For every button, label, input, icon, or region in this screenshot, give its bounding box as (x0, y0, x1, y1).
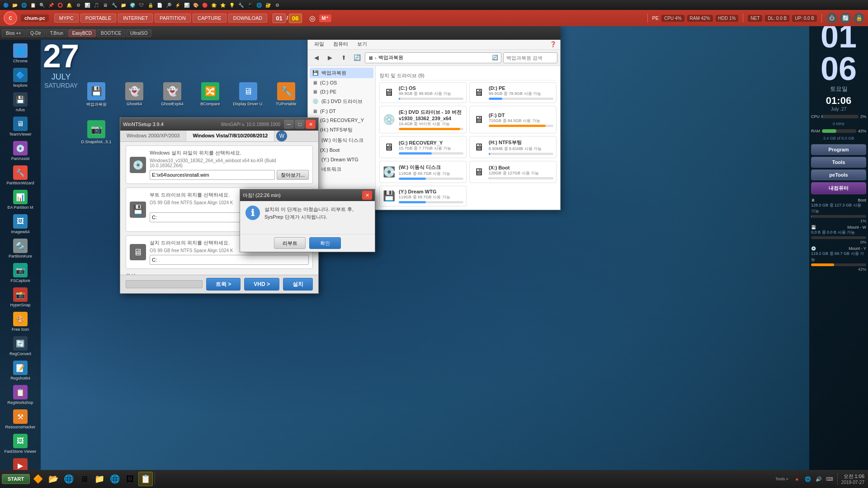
tb-icon-21[interactable]: 🎨 (192, 1, 200, 9)
sidebar-x-drive[interactable]: 🖥 (X:) Boot (310, 145, 373, 155)
sidebar-item-regworkshop[interactable]: 📋 RegWorkshop (2, 383, 39, 407)
drive-f[interactable]: 🖥 (F:) DT 715GB 중 84.5GB 사용 가능 (469, 106, 557, 133)
drive-h[interactable]: 🖥 (H:) NTFS부팅 8.90MB 중 8.81MB 사용 가능 (469, 136, 557, 158)
sidebar-d-drive[interactable]: 🖥 (D:) PE (310, 87, 373, 96)
refresh-button[interactable]: 🔄 (840, 13, 851, 23)
tb-icon-13[interactable]: 📁 (119, 1, 127, 9)
tb-icon-16[interactable]: 🔒 (146, 1, 155, 9)
sidebar-c-drive[interactable]: 🖥 (C:) OS (310, 78, 373, 87)
explorer-search[interactable] (503, 52, 557, 63)
tb-icon-24[interactable]: ⭐ (219, 1, 227, 9)
sidebar-item-hypersnap[interactable]: 📸 HyperSnap (2, 286, 39, 309)
address-refresh-icon[interactable]: 🔄 (492, 55, 498, 61)
menu-partition[interactable]: PARTITION (155, 14, 191, 23)
num-06[interactable]: 06 (289, 14, 302, 23)
tb-icon-7[interactable]: 🔔 (65, 1, 73, 9)
lock-button[interactable]: 🔒 (854, 13, 864, 23)
winntsetup-titlebar[interactable]: WinNTSetup 3.9.4 WimGAPI v. 10.0.18898.1… (120, 118, 318, 131)
sidebar-w-drive[interactable]: 💽 (W:) 이동식 디스크 (310, 135, 373, 145)
sidebar-item-potplayer[interactable]: ▶ PotPlayer64 (2, 456, 39, 470)
desktop-icon-dsnapshot[interactable]: 📷 D.Snapshot...5.1 (79, 118, 113, 155)
tb-icon-20[interactable]: 📊 (183, 1, 191, 9)
tb-icon-8[interactable]: ⚙ (74, 1, 82, 9)
sidebar-item-partitionkure[interactable]: 🔩 PartitionKure (2, 237, 39, 260)
tools-btn[interactable]: 트윅 > (206, 278, 241, 291)
sidebar-item-eapartition[interactable]: 📊 EA Partition M (2, 188, 39, 211)
drive-w[interactable]: 💽 (W:) 이동식 디스크 119GB 중 69.7GB 사용 가능 (379, 161, 467, 183)
sidebar-item-rufus[interactable]: 💾 rufus (2, 90, 39, 114)
sidebar-backup-root[interactable]: 💾 백업과복원 (310, 68, 373, 78)
explorer-forward[interactable]: ▶ (324, 52, 336, 64)
tb-icon-17[interactable]: 📄 (156, 1, 164, 9)
tb-icon-26[interactable]: 🔧 (237, 1, 245, 9)
submenu-ultraiso[interactable]: UltraISO (126, 29, 151, 37)
menu-mypc[interactable]: MYPC (54, 14, 79, 23)
desktop-icon-backup[interactable]: 💾 백업과복원 (79, 80, 113, 117)
sidebar-h-drive[interactable]: 🖥 (H:) NTFS부팅 (310, 125, 373, 135)
logo-icon[interactable]: C (4, 11, 17, 25)
sidebar-e-drive[interactable]: 💿 (E:) DVD 드라이브 (310, 96, 373, 107)
menu-internet[interactable]: INTERNET (118, 14, 153, 23)
menu-portable[interactable]: PORTABLE (80, 14, 117, 23)
sidebar-item-chrome[interactable]: 🌐 Chrome (2, 42, 39, 65)
desktop-icon-ghostexp64[interactable]: 👻 GhostExp64 (155, 80, 189, 117)
explorer-address-bar[interactable]: 🖥 › 백업과복원 🔄 (365, 52, 501, 63)
explorer-back[interactable]: ◀ (311, 52, 322, 64)
submenu-bootice[interactable]: BOOTICE (97, 29, 125, 37)
start-icon[interactable]: 🔵 (2, 1, 10, 9)
tray-icon-3[interactable]: 🔊 (815, 475, 823, 483)
sidebar-item-regconvert[interactable]: 🔄 RegConvert (2, 334, 39, 358)
tb-icon-5[interactable]: 📌 (47, 1, 55, 9)
install-btn[interactable]: 설치 (283, 278, 313, 291)
sidebar-item-imagew64[interactable]: 🖼 imagew64 (2, 212, 39, 236)
sidebar-item-partitionwizard[interactable]: 🔧 PartitionWizard (2, 164, 39, 187)
menu-capture[interactable]: CAPTURE (193, 14, 226, 23)
submenu-bios[interactable]: Bios ++ (2, 29, 25, 37)
tb-icon-6[interactable]: ⭕ (56, 1, 64, 9)
tb-icon-12[interactable]: 🔧 (110, 1, 118, 9)
clock-display[interactable]: 오전 1:06 2019-07-27 (841, 473, 864, 485)
sidebar-item-lexplore[interactable]: 🔷 lexplore (2, 66, 39, 89)
taskbar-icon-4[interactable]: 📁 (92, 472, 107, 486)
submenu-tbrun[interactable]: T.Brun (46, 29, 67, 37)
tb-icon-2[interactable]: 🌐 (20, 1, 28, 9)
tb-icon-15[interactable]: 🛡 (137, 1, 146, 9)
tb-icon-14[interactable]: 🌍 (128, 1, 137, 9)
submenu-easybcd[interactable]: EasyBCD (68, 29, 96, 37)
sidebar-item-freeicon[interactable]: 🎨 Free Icon (2, 310, 39, 333)
winntsetup-maximize[interactable]: □ (295, 120, 305, 129)
sidebar-g-drive[interactable]: 🖥 (G:) RECOVERY_Y (310, 116, 373, 125)
explorer-up[interactable]: ⬆ (338, 52, 349, 64)
taskbar-icon-0[interactable]: 🔶 (31, 472, 45, 486)
program-button[interactable]: Program (811, 144, 866, 155)
taskbar-icon-5[interactable]: 🌐 (108, 472, 122, 486)
tb-icon-11[interactable]: 🖥 (101, 1, 109, 9)
m-badge[interactable]: M⁺ (319, 14, 331, 22)
taskbar-icon-3[interactable]: 🖥 (77, 472, 91, 486)
tb-icon-10[interactable]: 🎵 (92, 1, 100, 9)
sidebar-item-teamviewer[interactable]: 🖥 TeamViewer (2, 115, 39, 138)
mycomputer-button[interactable]: 내컴퓨터 (811, 182, 866, 194)
dialog-reboot-btn[interactable]: 리부트 (274, 237, 306, 249)
tb-icon-30[interactable]: ⚙ (273, 1, 281, 9)
tb-icon-18[interactable]: 🔎 (165, 1, 173, 9)
sidebar-item-faststone[interactable]: 🖼 FastStone Viewer (2, 432, 39, 455)
desktop-icon-displaydriver[interactable]: 🖥 Display Driver U. (231, 80, 265, 117)
vhd-btn[interactable]: VHD > (244, 278, 279, 291)
sidebar-item-resourcehacker[interactable]: ⚒ ResourceHacker (2, 408, 39, 431)
dialog-titlebar[interactable]: 마침! (22:26 min) ✕ (240, 189, 375, 201)
drive-x[interactable]: 🖥 (X:) Boot 128GB 중 127GB 사용 가능 (469, 161, 557, 183)
submenu-qdir[interactable]: Q-Dir (26, 29, 45, 37)
desktop-icon-ghost64[interactable]: 👻 Ghost64 (117, 80, 151, 117)
tab-winvista[interactable]: Windows Vista/7/8/10/2008/2012 (186, 131, 274, 141)
taskbar-icon-7[interactable]: 📋 (138, 472, 153, 486)
tray-icon-4[interactable]: ⌨ (826, 475, 834, 483)
explorer-menu-computer[interactable]: 컴퓨터 (330, 40, 351, 48)
explorer-menu-file[interactable]: 파일 (311, 40, 327, 48)
winntsetup-close[interactable]: ✕ (306, 120, 316, 129)
setup-source-input[interactable] (150, 170, 275, 180)
winntsetup-minimize[interactable]: ─ (284, 120, 294, 129)
drive-y[interactable]: 💾 (Y:) Dream WTG 119GB 중 69.7GB 사용 가능 (379, 186, 467, 206)
num-01[interactable]: 01 (273, 14, 285, 23)
tools-button[interactable]: Tools (811, 157, 866, 168)
